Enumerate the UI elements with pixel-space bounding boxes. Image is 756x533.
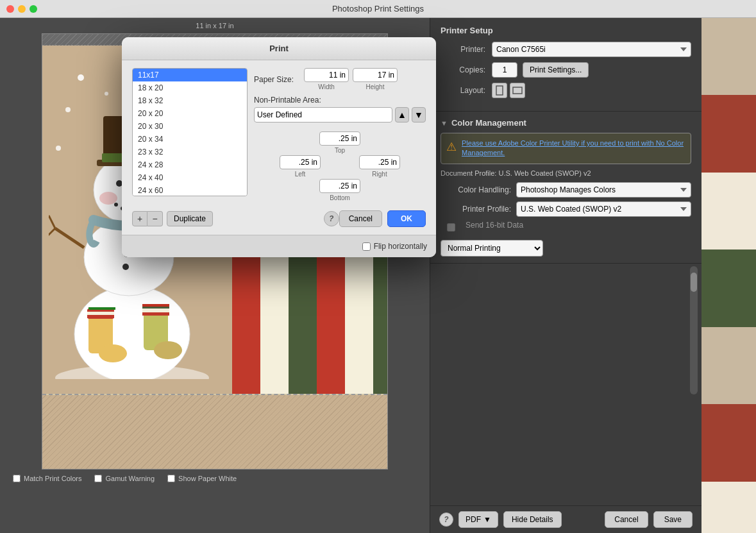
svg-rect-46	[513, 87, 522, 94]
top-margin-wrap: Top	[319, 131, 360, 154]
gamut-warning-checkbox[interactable]	[94, 475, 102, 482]
paper-item-24x40[interactable]: 24 x 40	[133, 171, 247, 184]
printer-select[interactable]: Canon C7565i	[492, 42, 691, 57]
paper-size-label: Paper Size:	[254, 75, 300, 84]
send-16bit-checkbox	[447, 223, 455, 232]
match-print-colors-group: Match Print Colors	[13, 475, 81, 482]
hide-details-button[interactable]: Hide Details	[503, 511, 562, 528]
paper-size-inputs: Paper Size: Width Height	[254, 68, 426, 90]
print-settings-button[interactable]: Print Settings...	[523, 62, 589, 78]
color-management-section: ▼ Color Management ⚠ Please use Adobe Co…	[430, 112, 701, 264]
pdf-button[interactable]: PDF ▼	[458, 511, 498, 528]
flip-horizontally-checkbox[interactable]	[362, 242, 371, 251]
paper-item-18x32[interactable]: 18 x 32	[133, 94, 247, 107]
top-margin-label: Top	[335, 147, 345, 154]
send-16bit-label: Send 16-bit Data	[459, 221, 523, 230]
collapse-arrow: ▼	[441, 119, 448, 127]
height-input[interactable]	[353, 68, 398, 82]
bottom-margin-input[interactable]	[319, 179, 360, 193]
left-margin-wrap: Left	[280, 155, 321, 178]
window-title: Photoshop Print Settings	[332, 4, 424, 13]
dialog-button-row: + − Duplicate ? Cancel OK	[132, 210, 426, 227]
margins-section: Top Left Right	[254, 131, 426, 201]
warning-link[interactable]: Please use Adobe Color Printer Utility i…	[462, 139, 684, 157]
top-margin-input[interactable]	[319, 131, 360, 146]
paper-item-18x20[interactable]: 18 x 20	[133, 81, 247, 94]
dialog-cancel-button[interactable]: Cancel	[339, 210, 382, 227]
paper-item-20x30[interactable]: 20 x 30	[133, 120, 247, 133]
right-margin-input[interactable]	[359, 155, 400, 169]
dialog-titlebar: Print	[122, 37, 436, 60]
left-margin-input[interactable]	[280, 155, 321, 169]
warning-box: ⚠ Please use Adobe Color Printer Utility…	[441, 133, 691, 164]
printer-profile-label: Printer Profile:	[441, 205, 511, 214]
help-button[interactable]: ?	[439, 512, 453, 527]
titlebar: Photoshop Print Settings	[0, 0, 756, 18]
copies-row: Copies: Print Settings...	[441, 62, 691, 78]
show-paper-white-label: Show Paper White	[178, 475, 237, 482]
right-panel-bottom: ? PDF ▼ Hide Details Cancel Save	[430, 505, 701, 533]
pdf-label: PDF	[466, 515, 481, 524]
svg-point-42	[154, 341, 182, 359]
copies-input[interactable]	[492, 62, 517, 78]
show-paper-white-checkbox[interactable]	[167, 475, 175, 482]
layout-row: Layout:	[441, 83, 691, 98]
match-print-colors-label: Match Print Colors	[24, 475, 81, 482]
titlebar-buttons	[6, 5, 37, 13]
npa-stepper-up[interactable]: ▲	[395, 107, 409, 123]
add-paper-size-button[interactable]: +	[132, 211, 147, 226]
plus-minus-buttons: + −	[132, 211, 163, 226]
layout-portrait-button[interactable]	[492, 83, 507, 98]
scroll-area	[430, 264, 701, 397]
svg-rect-37	[88, 307, 115, 310]
match-print-colors-checkbox[interactable]	[13, 475, 21, 482]
preview-bottom	[42, 395, 387, 470]
print-dialog: Print 11x17 18 x 20 18 x 32 20 x 20 20 x…	[122, 37, 436, 257]
paper-item-11x17[interactable]: 11x17	[133, 69, 247, 81]
paper-item-24x60[interactable]: 24 x 60	[133, 184, 247, 196]
width-input[interactable]	[304, 68, 349, 82]
minimize-button[interactable]	[18, 5, 26, 13]
dialog-ok-button[interactable]: OK	[387, 210, 426, 227]
save-button[interactable]: Save	[653, 511, 693, 528]
bottom-hatch	[42, 395, 387, 470]
maximize-button[interactable]	[29, 5, 37, 13]
copies-label: Copies:	[441, 65, 485, 74]
color-handling-select[interactable]: Photoshop Manages Colors	[516, 182, 691, 198]
printer-profile-select[interactable]: U.S. Web Coated (SWOP) v2	[516, 201, 691, 217]
pdf-arrow: ▼	[483, 515, 491, 524]
show-paper-white-group: Show Paper White	[167, 475, 237, 482]
main-cancel-button[interactable]: Cancel	[605, 511, 648, 528]
dialog-help-button[interactable]: ?	[324, 211, 339, 226]
bottom-margin-wrap: Bottom	[319, 179, 360, 201]
right-margin-label: Right	[372, 171, 387, 178]
paper-item-20x20[interactable]: 20 x 20	[133, 107, 247, 120]
normal-printing-select[interactable]: Normal Printing	[441, 240, 543, 257]
duplicate-button[interactable]: Duplicate	[167, 211, 213, 226]
dialog-body: 11x17 18 x 20 18 x 32 20 x 20 20 x 30 20…	[122, 60, 436, 235]
paper-size-right: Paper Size: Width Height	[254, 68, 426, 201]
remove-paper-size-button[interactable]: −	[147, 211, 163, 226]
paper-item-24x28[interactable]: 24 x 28	[133, 158, 247, 171]
svg-point-3	[65, 107, 71, 112]
close-button[interactable]	[6, 5, 14, 13]
printer-profile-row: Printer Profile: U.S. Web Coated (SWOP) …	[441, 201, 691, 217]
npa-section: Non-Printable Area: User Defined ▲ ▼	[254, 96, 426, 123]
right-strip	[701, 18, 756, 533]
svg-point-36	[99, 344, 127, 362]
layout-label: Layout:	[441, 86, 485, 95]
cancel-ok-buttons: Cancel OK	[339, 210, 426, 227]
color-handling-label: Color Handling:	[441, 185, 511, 194]
npa-select[interactable]: User Defined	[254, 107, 392, 123]
color-mgmt-header[interactable]: ▼ Color Management	[441, 118, 691, 128]
svg-point-7	[56, 146, 61, 151]
height-label: Height	[366, 83, 385, 90]
layout-landscape-button[interactable]	[510, 83, 525, 98]
paper-item-20x34[interactable]: 20 x 34	[133, 133, 247, 146]
paper-item-23x32[interactable]: 23 x 32	[133, 146, 247, 158]
document-size-label: 11 in x 17 in	[196, 18, 233, 32]
npa-stepper-down[interactable]: ▼	[412, 107, 426, 123]
bottom-margin-label: Bottom	[330, 194, 350, 201]
scrollbar-thumb[interactable]	[691, 273, 697, 292]
printer-row: Printer: Canon C7565i	[441, 42, 691, 57]
